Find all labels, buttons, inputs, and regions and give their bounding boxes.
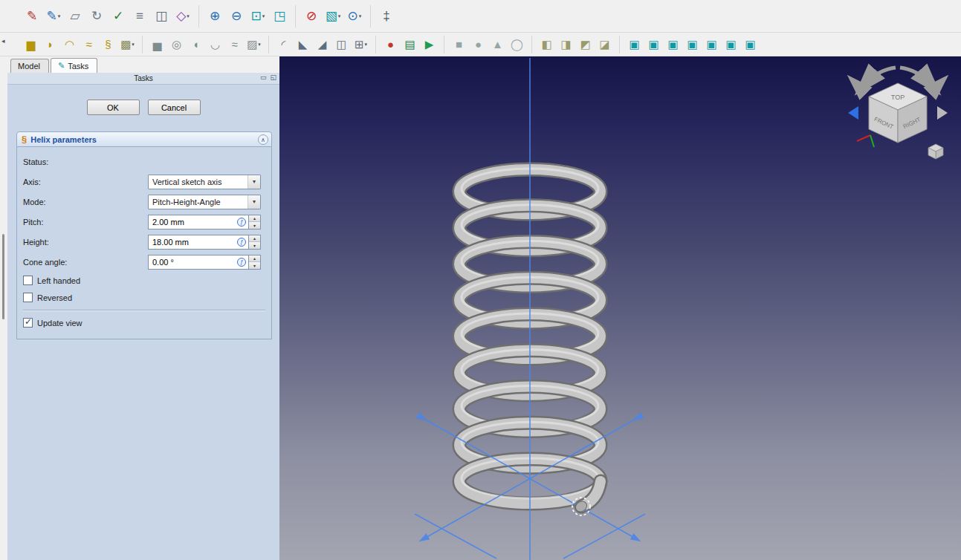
additive-pipe-icon[interactable]: ≈ [80, 36, 98, 53]
additive-primitive-icon[interactable]: ▩▾ [118, 36, 137, 53]
primitive-cone-icon[interactable]: ▲ [488, 36, 507, 53]
mode-select[interactable]: Pitch-Height-Angle ▾ [148, 195, 261, 209]
primitive-cylinder-icon[interactable]: ● [469, 36, 488, 53]
zoom-out-icon[interactable]: ⊖ [226, 5, 247, 27]
rear-view-icon[interactable]: ▣ [702, 36, 721, 53]
helix-parameters-group: § Helix parameters ∧ Status: Axis: Verti… [16, 131, 272, 339]
corner-arrow-nw-icon[interactable] [855, 83, 866, 94]
pad-icon[interactable]: ▆ [22, 36, 40, 53]
height-spin-down[interactable]: ▾ [249, 242, 260, 249]
hole-icon[interactable]: ◎ [167, 36, 186, 53]
boolean-common-icon[interactable]: ◩ [576, 36, 595, 53]
left-handed-checkbox[interactable] [23, 276, 33, 285]
toolbar-row-1: ✎✎▾▱↻✓≡◫◇▾⊕⊖⊡▾◳⊘▧▾⊙▾‡ [0, 0, 961, 33]
map-sketch-icon[interactable]: ▱ [65, 5, 85, 27]
pattern-icon[interactable]: ⊞▾ [352, 36, 370, 53]
tasks-panel: Model ✎ Tasks Tasks ▭ ◱ OK Cancel § He [7, 56, 279, 560]
sync-view-icon[interactable]: ◳ [269, 5, 290, 27]
chamfer-icon[interactable]: ◣ [294, 36, 312, 53]
helix-parameters-title: Helix parameters [30, 135, 97, 144]
rotate-right-arrow-icon[interactable] [900, 68, 931, 85]
primitive-torus-icon[interactable]: ◯ [508, 36, 526, 53]
subtractive-pipe-icon[interactable]: ≈ [225, 36, 244, 53]
macro-play-icon[interactable]: ▶ [420, 36, 439, 53]
ok-button[interactable]: OK [87, 100, 140, 115]
expression-icon[interactable]: ƒ [237, 258, 246, 267]
cube-top-label: TOP [891, 94, 905, 101]
fillet-icon[interactable]: ◜ [274, 36, 293, 53]
axonometric-view-icon[interactable]: ▣ [625, 36, 644, 53]
collapse-section-button[interactable]: ∧ [258, 134, 268, 145]
reversed-checkbox[interactable] [23, 293, 33, 302]
pocket-icon[interactable]: ▅ [148, 36, 166, 53]
boolean-cut-icon[interactable]: ◨ [557, 36, 575, 53]
height-spin-up[interactable]: ▴ [249, 235, 260, 243]
helix-icon: § [22, 134, 27, 145]
tab-model[interactable]: Model [10, 59, 49, 73]
height-input[interactable] [148, 235, 248, 250]
right-view-icon[interactable]: ▣ [683, 36, 702, 53]
mode-row: Mode: Pitch-Height-Angle ▾ [17, 192, 271, 212]
additive-helix-icon[interactable]: § [99, 36, 117, 53]
boolean-section-icon[interactable]: ◪ [595, 36, 614, 53]
spreadsheet-icon[interactable]: ▤ [401, 36, 419, 53]
boolean-union-icon[interactable]: ◧ [537, 36, 556, 53]
cone-angle-label: Cone angle: [23, 258, 148, 267]
update-view-checkbox[interactable] [23, 318, 33, 328]
merge-sketches-icon[interactable]: ≡ [129, 5, 150, 27]
zoom-in-icon[interactable]: ⊕ [204, 5, 225, 27]
sketch-tools-icon[interactable]: ◇▾ [172, 5, 193, 27]
primitive-box-icon[interactable]: ■ [450, 36, 468, 53]
pan-left-arrow-icon[interactable] [848, 106, 858, 120]
toolbar-row-2: ▆◗◠≈§▩▾▅◎◖◡≈▨▾◜◣◢◫⊞▾●▤▶■●▲◯◧◨◩◪▣▣▣▣▣▣▣ [0, 33, 961, 56]
reversed-row: Reversed [17, 289, 271, 306]
pan-right-arrow-icon[interactable] [937, 106, 948, 120]
bottom-view-icon[interactable]: ▣ [722, 36, 740, 53]
mini-cube-icon[interactable] [928, 144, 943, 159]
subtractive-loft-icon[interactable]: ◡ [206, 36, 224, 53]
pitch-input[interactable] [148, 215, 248, 229]
cancel-button[interactable]: Cancel [148, 100, 201, 115]
corner-arrow-ne-icon[interactable] [930, 83, 940, 94]
edit-sketch-icon[interactable]: ✎▾ [43, 5, 64, 27]
create-sketch-icon[interactable]: ✎ [22, 5, 42, 27]
gutter-scrollbar-thumb[interactable] [2, 234, 4, 319]
left-view-icon[interactable]: ▣ [741, 36, 760, 53]
draft-icon[interactable]: ◢ [313, 36, 331, 53]
3d-viewport[interactable]: TOP FRONT RIGHT [279, 56, 961, 560]
section-box-icon[interactable]: ▧▾ [323, 5, 343, 27]
additive-loft-icon[interactable]: ◠ [60, 36, 79, 53]
validate-sketch-icon[interactable]: ✓ [108, 5, 129, 27]
cone-angle-input[interactable] [148, 255, 248, 270]
toolbar-overflow-icon[interactable]: ◂ [1, 37, 5, 45]
datum-point-icon[interactable]: ● [381, 36, 400, 53]
float-panel-icon[interactable]: ◱ [270, 74, 276, 81]
axis-select[interactable]: Vertical sketch axis ▾ [148, 175, 261, 189]
tab-tasks[interactable]: ✎ Tasks [51, 58, 97, 74]
fit-all-icon[interactable]: ⊡▾ [247, 5, 268, 27]
navigation-cube[interactable]: TOP FRONT RIGHT [842, 61, 954, 172]
revolution-icon[interactable]: ◗ [41, 36, 59, 53]
clipping-plane-icon[interactable]: ⊘ [301, 5, 322, 27]
top-view-icon[interactable]: ▣ [664, 36, 682, 53]
pitch-row: Pitch: ƒ ▴ ▾ [17, 212, 271, 232]
cone-spin-up[interactable]: ▴ [249, 255, 260, 263]
rotate-left-arrow-icon[interactable] [864, 68, 896, 85]
pitch-spin-up[interactable]: ▴ [249, 215, 260, 223]
pitch-spin-down[interactable]: ▾ [249, 222, 260, 229]
subtractive-primitive-icon[interactable]: ▨▾ [245, 36, 263, 53]
expression-icon[interactable]: ƒ [237, 238, 246, 247]
mode-selected-value: Pitch-Height-Angle [152, 198, 221, 206]
groove-icon[interactable]: ◖ [187, 36, 205, 53]
cone-spin-down[interactable]: ▾ [249, 262, 260, 269]
zoom-tools-icon[interactable]: ⊙▾ [344, 5, 365, 27]
mirrored-icon[interactable]: ◫ [332, 36, 351, 53]
measure-icon[interactable]: ‡ [376, 5, 397, 27]
axis-row: Axis: Vertical sketch axis ▾ [17, 172, 271, 192]
dock-panel-icon[interactable]: ▭ [260, 74, 267, 81]
left-handed-label: Left handed [37, 276, 80, 285]
front-view-icon[interactable]: ▣ [644, 36, 663, 53]
reorient-sketch-icon[interactable]: ↻ [86, 5, 107, 27]
mirror-sketch-icon[interactable]: ◫ [151, 5, 172, 27]
expression-icon[interactable]: ƒ [237, 218, 246, 227]
